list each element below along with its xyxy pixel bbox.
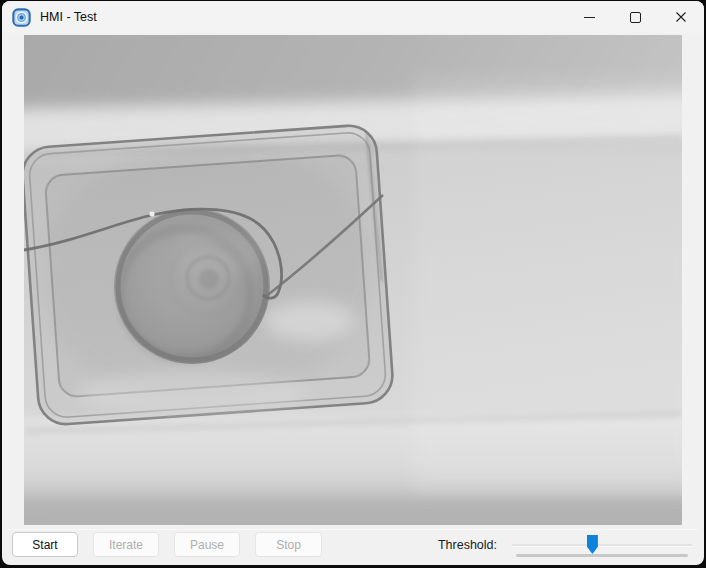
close-icon	[675, 11, 687, 23]
close-button[interactable]	[658, 1, 704, 33]
screen: HMI - Test	[0, 0, 706, 568]
bottombar-separator	[8, 529, 698, 530]
maximize-button[interactable]	[612, 1, 658, 33]
minimize-button[interactable]	[566, 1, 612, 33]
app-icon	[11, 7, 31, 27]
minimize-icon	[584, 17, 595, 18]
window-controls	[566, 1, 704, 33]
threshold-slider[interactable]	[510, 533, 692, 559]
pause-button[interactable]: Pause	[174, 532, 240, 557]
stop-button[interactable]: Stop	[255, 532, 322, 557]
threshold-label: Threshold:	[427, 538, 497, 552]
title-bar[interactable]: HMI - Test	[2, 1, 704, 33]
threshold-slider-track[interactable]	[512, 544, 692, 546]
window-title: HMI - Test	[40, 10, 97, 24]
camera-feed	[24, 35, 682, 525]
iterate-button[interactable]: Iterate	[93, 532, 159, 557]
start-button[interactable]: Start	[12, 532, 78, 557]
app-window: HMI - Test	[2, 1, 704, 565]
maximize-icon	[630, 12, 641, 23]
threshold-slider-thumb[interactable]	[587, 535, 598, 554]
threshold-slider-tickline	[516, 554, 688, 557]
